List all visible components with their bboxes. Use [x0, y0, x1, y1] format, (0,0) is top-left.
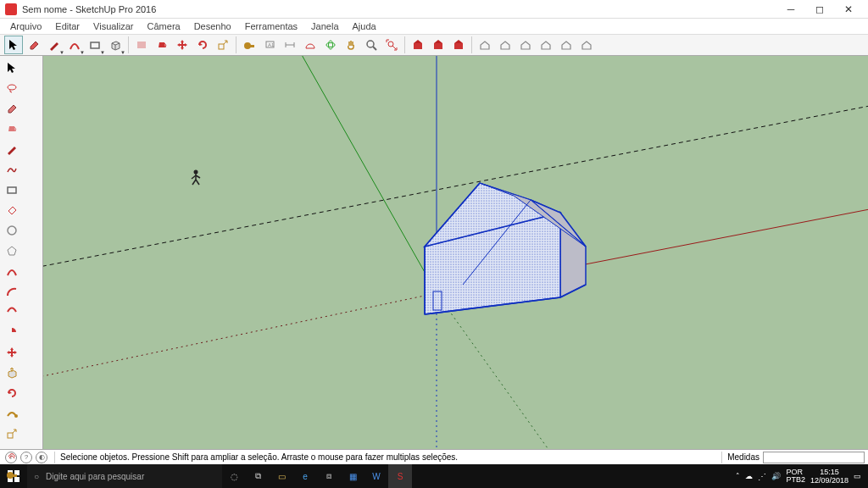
status-hint: Selecione objetos. Pressione Shift para …: [60, 452, 458, 462]
text-tool[interactable]: A1: [260, 36, 279, 54]
rotate-tool[interactable]: [193, 36, 212, 54]
arc2-tool[interactable]: [3, 282, 21, 301]
house-4[interactable]: [537, 36, 555, 54]
warehouse-3[interactable]: [449, 36, 468, 54]
pan-tool[interactable]: [342, 36, 360, 54]
menubar: ArquivoEditarVisualizarCâmeraDesenhoFerr…: [0, 19, 868, 34]
svg-point-12: [367, 41, 374, 47]
freehand-tool[interactable]: [3, 160, 21, 179]
warehouse-2[interactable]: [429, 36, 448, 54]
select-tool[interactable]: [3, 58, 21, 77]
polygon-tool[interactable]: [3, 241, 21, 260]
taskbar: ○ Digite aqui para pesquisar ◌ ⧉ ▭ e ⧈ ▦…: [0, 464, 868, 488]
house-6[interactable]: [577, 36, 596, 54]
line-tool[interactable]: [3, 140, 21, 158]
tray-wifi-icon[interactable]: ⋰: [758, 472, 766, 481]
menu-ferramentas[interactable]: Ferramentas: [238, 20, 304, 32]
house-3[interactable]: [516, 36, 535, 54]
arc3-tool[interactable]: [3, 302, 21, 321]
house-2[interactable]: [496, 36, 515, 54]
menu-ajuda[interactable]: Ajuda: [346, 20, 383, 32]
rotate-tool[interactable]: [3, 384, 21, 402]
select-tool[interactable]: [4, 36, 23, 54]
model-house[interactable]: [387, 149, 607, 319]
menu-editar[interactable]: Editar: [48, 20, 86, 32]
rectangle-tool[interactable]: ▼: [86, 36, 104, 54]
tray-kbd[interactable]: PTB2: [786, 476, 805, 484]
protractor-tool[interactable]: [301, 36, 320, 54]
menu-arquivo[interactable]: Arquivo: [3, 20, 48, 32]
svg-rect-65: [433, 291, 442, 310]
sketchup-icon[interactable]: S: [388, 464, 412, 488]
circle-tool[interactable]: [3, 221, 21, 240]
pushpull-tool[interactable]: ▼: [106, 36, 125, 54]
svg-rect-16: [414, 43, 422, 49]
house-5[interactable]: [557, 36, 576, 54]
viewport[interactable]: [43, 56, 868, 449]
offset-tool[interactable]: [3, 445, 21, 463]
tray-up-icon[interactable]: ˄: [736, 472, 740, 480]
eraser-tool[interactable]: [25, 36, 43, 54]
word-icon[interactable]: W: [364, 464, 388, 488]
status-help-icon[interactable]: ?: [20, 452, 32, 463]
house-1[interactable]: [476, 36, 494, 54]
edge-icon[interactable]: e: [293, 464, 317, 488]
svg-point-21: [8, 226, 16, 235]
make-component[interactable]: [132, 36, 151, 54]
svg-line-75: [192, 180, 196, 185]
svg-rect-17: [434, 43, 442, 49]
taskview-icon[interactable]: ⧉: [246, 464, 270, 488]
arc-tool[interactable]: [3, 262, 21, 280]
warehouse-1[interactable]: [409, 36, 427, 54]
svg-rect-20: [8, 187, 16, 193]
menu-câmera[interactable]: Câmera: [141, 20, 187, 32]
explorer-icon[interactable]: ▭: [270, 464, 293, 488]
move-tool[interactable]: [3, 343, 21, 362]
close-button[interactable]: ✕: [834, 1, 863, 18]
toolbar-top: ▼▼▼▼A1: [0, 34, 868, 56]
store-icon[interactable]: ⧈: [317, 464, 341, 488]
menu-janela[interactable]: Janela: [304, 20, 345, 32]
followme-tool[interactable]: [3, 404, 21, 423]
svg-rect-25: [13, 474, 17, 477]
svg-line-15: [392, 46, 396, 49]
line-tool[interactable]: ▼: [45, 36, 64, 54]
measure-input[interactable]: [763, 452, 865, 463]
scale-tool[interactable]: [214, 36, 232, 54]
minimize-button[interactable]: ─: [776, 1, 805, 18]
paint-bucket[interactable]: [3, 119, 21, 138]
tray-onedrive-icon[interactable]: ☁: [745, 472, 753, 480]
lasso-tool[interactable]: [3, 79, 21, 97]
scale-tool[interactable]: [3, 424, 21, 443]
dimension-tool[interactable]: [281, 36, 299, 54]
system-tray[interactable]: ˄ ☁ ⋰ 🔊 POR PTB2 15:15 12/09/2018 ▭: [729, 468, 868, 485]
orbit-tool[interactable]: [321, 36, 340, 54]
svg-line-76: [196, 180, 199, 185]
cortana-icon[interactable]: ◌: [222, 464, 246, 488]
eraser-tool[interactable]: [3, 99, 21, 118]
tray-date[interactable]: 12/09/2018: [810, 476, 849, 485]
tape-tool[interactable]: [3, 465, 21, 484]
taskbar-search[interactable]: ○ Digite aqui para pesquisar: [27, 464, 222, 488]
tape-measure[interactable]: [240, 36, 259, 54]
rectangle-tool[interactable]: [3, 180, 21, 199]
pushpull-tool[interactable]: [3, 363, 21, 382]
tray-volume-icon[interactable]: 🔊: [771, 472, 781, 480]
svg-point-19: [8, 85, 16, 90]
zoom-tool[interactable]: [362, 36, 381, 54]
pie-tool[interactable]: [3, 323, 21, 341]
status-user-icon[interactable]: ◐: [36, 452, 47, 463]
tray-time[interactable]: 15:15: [810, 468, 849, 476]
maximize-button[interactable]: ◻: [805, 1, 834, 18]
paint-bucket[interactable]: [153, 36, 171, 54]
app1-icon[interactable]: ▦: [341, 464, 364, 488]
arc-tool[interactable]: ▼: [65, 36, 84, 54]
menu-desenho[interactable]: Desenho: [187, 20, 238, 32]
measure-label: Medidas: [727, 452, 760, 462]
svg-point-10: [326, 43, 335, 47]
menu-visualizar[interactable]: Visualizar: [86, 20, 141, 32]
zoom-extents[interactable]: [382, 36, 401, 54]
tray-notifications-icon[interactable]: ▭: [854, 472, 861, 480]
move-tool[interactable]: [173, 36, 192, 54]
rotated-rect[interactable]: [3, 201, 21, 219]
